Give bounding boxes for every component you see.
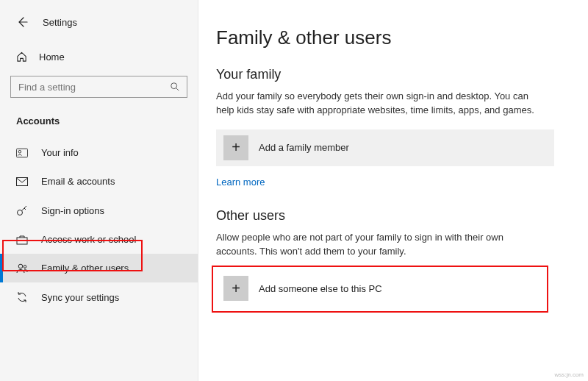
home-label: Home <box>39 51 65 63</box>
sidebar-item-email-accounts[interactable]: Email & accounts <box>0 167 198 196</box>
home-nav[interactable]: Home <box>0 44 198 70</box>
sidebar-item-sync-settings[interactable]: Sync your settings <box>0 282 198 312</box>
sidebar-item-label: Sign-in options <box>41 205 104 216</box>
sync-icon <box>16 291 28 303</box>
watermark: wss:jn.com <box>554 371 584 378</box>
sidebar-item-work-school[interactable]: Access work or school <box>0 225 198 254</box>
sidebar-item-label: Access work or school <box>41 234 136 245</box>
key-icon <box>16 204 28 216</box>
sidebar-item-your-info[interactable]: Your info <box>0 138 198 167</box>
section-title-other: Other users <box>216 208 563 224</box>
section-title-family: Your family <box>216 67 563 82</box>
svg-point-4 <box>18 210 23 216</box>
add-other-user-button[interactable]: + Add someone else to this PC <box>216 270 544 307</box>
svg-rect-3 <box>17 177 28 185</box>
titlebar: Settings <box>0 9 198 44</box>
family-description: Add your family so everybody gets their … <box>216 90 539 118</box>
sidebar-item-signin-options[interactable]: Sign-in options <box>0 196 198 225</box>
svg-point-2 <box>18 150 21 153</box>
sidebar-item-family-users[interactable]: Family & other users <box>0 254 198 282</box>
page-title: Family & other users <box>216 26 563 49</box>
person-card-icon <box>16 148 28 158</box>
sidebar-section-header: Accounts <box>0 105 198 134</box>
add-family-member-button[interactable]: + Add a family member <box>216 129 554 166</box>
briefcase-icon <box>16 235 28 245</box>
sidebar: Settings Home Accounts Your info Email &… <box>0 0 198 381</box>
svg-point-6 <box>18 264 23 268</box>
svg-point-7 <box>24 265 26 268</box>
learn-more-link[interactable]: Learn more <box>216 177 265 188</box>
sidebar-item-label: Family & other users <box>41 263 129 274</box>
add-family-label: Add a family member <box>259 142 349 153</box>
sidebar-item-label: Email & accounts <box>41 176 115 187</box>
plus-icon: + <box>223 276 248 301</box>
home-icon <box>16 51 27 63</box>
back-button[interactable] <box>12 12 32 32</box>
app-title: Settings <box>43 17 77 28</box>
other-description: Allow people who are not part of your fa… <box>216 231 539 259</box>
add-other-label: Add someone else to this PC <box>259 283 382 294</box>
plus-icon: + <box>223 135 248 160</box>
search-container <box>10 76 187 98</box>
mail-icon <box>16 177 28 186</box>
people-icon <box>16 263 28 274</box>
sidebar-nav: Your info Email & accounts Sign-in optio… <box>0 138 198 312</box>
sidebar-item-label: Your info <box>41 147 79 158</box>
svg-rect-1 <box>16 149 27 157</box>
back-arrow-icon <box>16 16 28 28</box>
sidebar-item-label: Sync your settings <box>41 292 119 303</box>
search-input[interactable] <box>10 76 187 98</box>
main-content: Family & other users Your family Add you… <box>198 0 588 381</box>
